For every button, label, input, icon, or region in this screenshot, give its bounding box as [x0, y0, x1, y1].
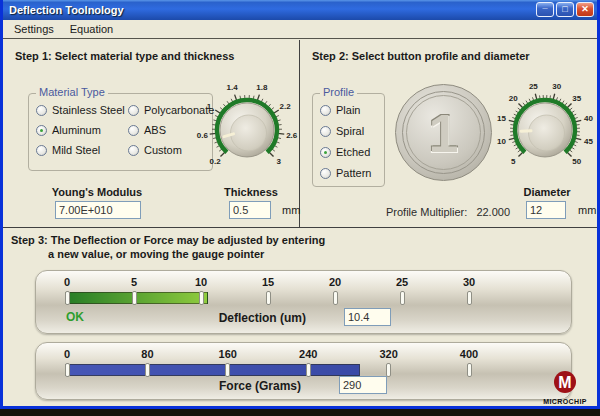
svg-text:25: 25 — [529, 82, 538, 91]
svg-text:20: 20 — [509, 94, 518, 103]
desktop-edge — [0, 409, 600, 416]
gauge-tick-mark[interactable] — [65, 363, 70, 377]
youngs-modulus-input[interactable] — [55, 201, 141, 219]
radio-aluminum[interactable]: Aluminum — [36, 123, 128, 137]
thickness-label: Thickness — [217, 186, 285, 198]
gauge-tick-mark[interactable] — [400, 291, 405, 305]
radio-icon — [36, 125, 47, 136]
step3-panel: Step 3: The Deflection or Force may be a… — [3, 228, 597, 406]
gauge-tick-mark[interactable] — [266, 291, 271, 305]
menubar: Settings Equation — [3, 20, 597, 39]
svg-text:2.6: 2.6 — [286, 131, 298, 140]
deflection-input[interactable] — [344, 308, 391, 326]
radio-mild-steel[interactable]: Mild Steel — [36, 143, 128, 157]
diameter-unit: mm — [578, 204, 596, 216]
titlebar[interactable]: Deflection Toolnology _ □ ✕ — [3, 0, 597, 20]
radio-icon — [36, 145, 47, 156]
step2-panel: Step 2: Select button profile and diamet… — [300, 40, 597, 228]
radio-icon — [36, 105, 47, 116]
svg-text:2.2: 2.2 — [280, 102, 292, 111]
material-type-group-label: Material Type — [36, 86, 108, 98]
diameter-label: Diameter — [512, 186, 582, 198]
radio-label: Pattern — [336, 167, 371, 179]
gauge-tick-label: 320 — [379, 348, 397, 360]
radio-pattern[interactable]: Pattern — [320, 166, 371, 180]
svg-text:0.6: 0.6 — [197, 131, 209, 140]
radio-label: Mild Steel — [52, 144, 100, 156]
radio-stainless-steel[interactable]: Stainless Steel — [36, 103, 128, 117]
titlebar-buttons: _ □ ✕ — [536, 2, 594, 17]
gauge-tick-mark[interactable] — [145, 363, 150, 377]
gauge-tick-mark[interactable] — [199, 291, 204, 305]
gauge-tick-label: 15 — [262, 276, 274, 288]
gauge-fill-bar[interactable] — [65, 292, 208, 304]
maximize-button[interactable]: □ — [556, 2, 574, 17]
radio-plain[interactable]: Plain — [320, 103, 371, 117]
gauge-tick-mark[interactable] — [467, 363, 472, 377]
thickness-input[interactable] — [229, 201, 271, 219]
screen: Deflection Toolnology _ □ ✕ Settings Equ… — [0, 0, 600, 416]
diameter-knob[interactable]: 5101520253035404550 — [493, 78, 597, 182]
gauge-tick-label: 20 — [329, 276, 341, 288]
radio-label: Aluminum — [52, 124, 101, 136]
gauge-tick-label: 80 — [141, 348, 153, 360]
deflection-gauge-label: Deflection (um) — [141, 311, 306, 325]
gauge-fill-bar[interactable] — [65, 364, 360, 376]
svg-text:1.8: 1.8 — [256, 83, 268, 92]
close-button[interactable]: ✕ — [576, 2, 594, 17]
profile-multiplier: Profile Multiplier: 22.000 — [386, 206, 516, 218]
youngs-modulus-label: Young's Modulus — [41, 186, 153, 198]
radio-label: Plain — [336, 104, 360, 116]
gauge-tick-label: 240 — [299, 348, 317, 360]
menu-settings[interactable]: Settings — [14, 23, 54, 35]
svg-text:3: 3 — [277, 157, 282, 166]
svg-text:50: 50 — [572, 157, 581, 166]
radio-etched[interactable]: Etched — [320, 145, 371, 159]
menu-equation[interactable]: Equation — [70, 23, 113, 35]
step1-panel: Step 1: Select material type and thickne… — [3, 40, 300, 228]
gauge-tick-mark[interactable] — [306, 363, 311, 377]
microchip-m-icon: M — [548, 370, 582, 398]
gauge-tick-label: 400 — [460, 348, 478, 360]
window-title: Deflection Toolnology — [9, 4, 124, 16]
gauge-tick-mark[interactable] — [386, 363, 391, 377]
material-type-group: Material Type Stainless Steel Polycarbon… — [28, 93, 213, 171]
force-input[interactable] — [339, 376, 387, 394]
svg-text:40: 40 — [584, 114, 593, 123]
deflection-status: OK — [66, 310, 84, 324]
microchip-logo-text: MICROCHIP — [534, 398, 596, 405]
radio-label: Custom — [144, 144, 182, 156]
gauge-tick-label: 160 — [219, 348, 237, 360]
svg-text:1: 1 — [207, 102, 212, 111]
step3-title-line1: Step 3: The Deflection or Force may be a… — [11, 233, 325, 247]
profile-group-label: Profile — [320, 86, 357, 98]
minimize-button[interactable]: _ — [536, 2, 554, 17]
thickness-unit: mm — [282, 204, 300, 216]
gauge-tick-mark[interactable] — [132, 291, 137, 305]
radio-label: ABS — [144, 124, 166, 136]
svg-text:1.4: 1.4 — [227, 83, 239, 92]
gauge-tick-mark[interactable] — [225, 363, 230, 377]
force-gauge[interactable]: Force (Grams) 080160240320400 — [35, 342, 572, 400]
profile-multiplier-label: Profile Multiplier: — [386, 206, 467, 218]
deflection-gauge[interactable]: OK Deflection (um) 051015202530 — [35, 270, 572, 334]
diameter-input[interactable] — [526, 201, 566, 219]
profile-group: Profile Plain Spiral Etched — [312, 93, 385, 187]
gauge-tick-mark[interactable] — [65, 291, 70, 305]
client-area: Step 1: Select material type and thickne… — [3, 40, 597, 406]
radio-spiral[interactable]: Spiral — [320, 124, 371, 138]
radio-label: Stainless Steel — [52, 104, 125, 116]
svg-text:15: 15 — [497, 114, 506, 123]
radio-icon — [320, 126, 331, 137]
step3-title: Step 3: The Deflection or Force may be a… — [11, 233, 325, 261]
gauge-tick-mark[interactable] — [467, 291, 472, 305]
radio-icon — [320, 105, 331, 116]
svg-text:45: 45 — [584, 137, 593, 146]
thickness-knob[interactable]: 0.20.611.41.82.22.63 — [195, 78, 299, 182]
svg-text:5: 5 — [511, 157, 516, 166]
gauge-tick-label: 0 — [64, 276, 70, 288]
radio-icon — [128, 125, 139, 136]
gauge-tick-mark[interactable] — [333, 291, 338, 305]
gauge-tick-label: 10 — [195, 276, 207, 288]
radio-icon — [320, 147, 331, 158]
